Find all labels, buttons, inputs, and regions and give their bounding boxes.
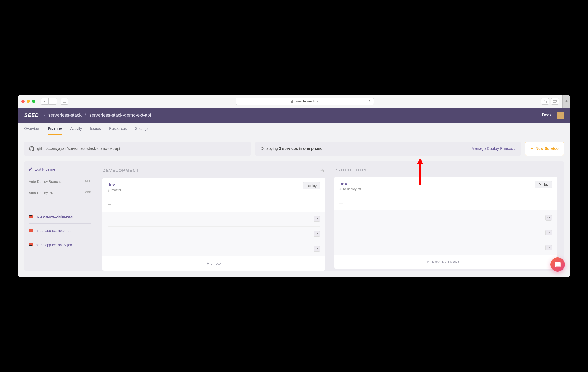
repo-info-bar[interactable]: github.com/jayair/serverless-stack-demo-… (24, 142, 251, 156)
stage-branch: master (107, 188, 121, 192)
service-item[interactable]: notes-app-ext-notify-job (29, 238, 91, 252)
chevron-down-icon (547, 247, 550, 248)
tab-resources[interactable]: Resources (109, 123, 127, 134)
forward-button[interactable]: › (49, 98, 57, 104)
pencil-icon (29, 167, 32, 171)
url-bar[interactable]: console.seed.run ↻ (236, 98, 374, 105)
stage-services-section: — — (103, 212, 325, 256)
github-icon (29, 146, 34, 151)
stage-services-section: — — (334, 210, 557, 255)
logo[interactable]: SEED (24, 112, 39, 118)
docs-link[interactable]: Docs (542, 113, 551, 118)
auto-deploy-prs-row[interactable]: Auto-Deploy PRs OFF (29, 187, 91, 198)
edit-pipeline-link[interactable]: Edit Pipeline (29, 167, 91, 176)
service-status: — (339, 231, 543, 235)
tab-activity[interactable]: Activity (70, 123, 82, 134)
tabs-button[interactable] (551, 98, 559, 104)
window-maximize-button[interactable] (32, 100, 35, 103)
expand-button[interactable] (314, 246, 320, 252)
off-badge: OFF (85, 180, 91, 184)
new-service-button[interactable]: + New Service (525, 142, 564, 156)
sidebar-toggle-button[interactable] (61, 98, 68, 104)
chevron-down-icon (316, 218, 318, 220)
svg-rect-5 (554, 100, 556, 102)
new-service-label: New Service (536, 146, 558, 151)
tab-pipeline[interactable]: Pipeline (48, 123, 62, 135)
off-badge: OFF (85, 191, 91, 195)
breadcrumb-project[interactable]: serverless-stack-demo-ext-api (89, 113, 151, 118)
service-item[interactable]: notes-app-ext-notes-api (29, 223, 91, 238)
stage-body: — — — (334, 194, 557, 255)
stage-name[interactable]: prod (339, 181, 361, 186)
chat-bubble-button[interactable] (550, 257, 565, 272)
stage-empty: — (339, 196, 552, 210)
nav-buttons: ‹ › (41, 98, 57, 104)
expand-button[interactable] (314, 231, 320, 237)
stage-service-row: — (339, 225, 552, 240)
pipeline-layout: Edit Pipeline Auto-Deploy Branches OFF A… (24, 161, 564, 271)
share-icon (544, 99, 547, 103)
stage-name[interactable]: dev (107, 182, 121, 187)
tab-issues[interactable]: Issues (90, 123, 101, 134)
auto-deploy-prs-label: Auto-Deploy PRs (29, 191, 55, 195)
tabs-icon (553, 100, 557, 103)
stage-header: DEVELOPMENT ➔ (103, 166, 325, 178)
svg-rect-0 (63, 100, 66, 103)
pipeline-stages: DEVELOPMENT ➔ dev master (95, 161, 564, 271)
browser-chrome: ‹ › console.seed.run ↻ + (18, 95, 570, 108)
svg-rect-4 (553, 101, 556, 103)
stage-card-header: dev master Deploy (103, 178, 325, 196)
promote-button[interactable]: Promote (103, 256, 325, 271)
tab-overview[interactable]: Overview (24, 123, 40, 134)
deploy-services-count: 3 services (279, 146, 298, 151)
stage-empty: — (107, 197, 320, 212)
breadcrumb-separator: / (85, 113, 86, 118)
service-status: — (107, 247, 311, 251)
stage-card-header: prod Auto-deploy off Deploy (334, 177, 557, 194)
stage-header-label: PRODUCTION (334, 168, 367, 173)
repo-url: github.com/jayair/serverless-stack-demo-… (37, 146, 120, 151)
deploy-info-bar: Deploying 3 services in one phase. Manag… (255, 142, 521, 156)
expand-button[interactable] (314, 216, 320, 222)
chevron-down-icon (316, 233, 318, 235)
window-close-button[interactable] (21, 100, 25, 103)
tab-settings[interactable]: Settings (135, 123, 148, 134)
auto-deploy-branches-row[interactable]: Auto-Deploy Branches OFF (29, 176, 91, 187)
service-icon (29, 215, 33, 218)
deploy-button[interactable]: Deploy (535, 181, 552, 188)
stage-service-row: — (107, 241, 320, 256)
deploy-in: in (298, 146, 303, 151)
breadcrumb: › serverless-stack / serverless-stack-de… (43, 113, 151, 118)
service-item[interactable]: notes-app-ext-billing-api (29, 209, 91, 223)
svg-point-8 (109, 189, 110, 190)
service-status: — (107, 217, 311, 221)
stage-body: — — — (103, 196, 325, 256)
top-info-row: github.com/jayair/serverless-stack-demo-… (24, 142, 564, 156)
back-button[interactable]: ‹ (41, 98, 49, 104)
service-status: — (339, 246, 543, 250)
service-icon (29, 229, 33, 232)
service-icon (29, 243, 33, 246)
new-tab-button[interactable]: + (562, 95, 570, 108)
expand-button[interactable] (546, 215, 552, 220)
svg-point-7 (108, 191, 109, 192)
chevron-down-icon (316, 248, 318, 249)
deploy-prefix: Deploying (260, 146, 279, 151)
tabs: Overview Pipeline Activity Issues Resour… (18, 123, 570, 135)
service-name: notes-app-ext-notify-job (36, 243, 72, 247)
traffic-lights (21, 100, 35, 103)
sidebar-icon (63, 100, 66, 103)
stage-service-row: — (339, 210, 552, 225)
breadcrumb-org[interactable]: serverless-stack (48, 113, 82, 118)
reload-button[interactable]: ↻ (368, 99, 371, 103)
expand-button[interactable] (546, 230, 552, 236)
service-status: — (107, 232, 311, 236)
avatar[interactable] (557, 112, 564, 119)
expand-button[interactable] (546, 245, 552, 250)
deploy-button[interactable]: Deploy (303, 182, 320, 189)
branch-name: master (111, 188, 121, 192)
manage-deploy-phases-link[interactable]: Manage Deploy Phases › (472, 146, 515, 151)
chevron-down-icon (547, 217, 550, 218)
share-button[interactable] (541, 98, 549, 104)
window-minimize-button[interactable] (27, 100, 30, 103)
